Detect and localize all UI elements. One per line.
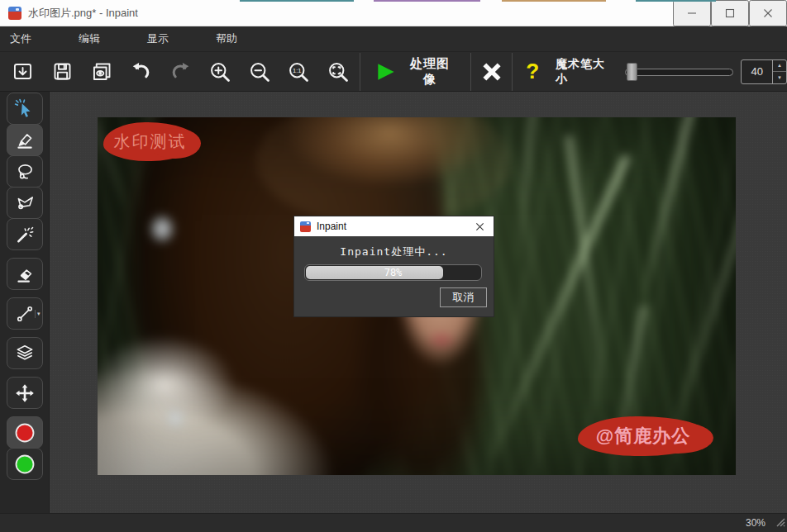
redo-button[interactable]: [161, 54, 201, 90]
zoom-level-text: 30%: [746, 517, 766, 529]
undo-icon: [130, 60, 153, 83]
cancel-x-icon: [481, 61, 503, 83]
brush-size-slider-handle[interactable]: [627, 63, 637, 81]
spin-down-button[interactable]: ▼: [773, 72, 786, 83]
spin-buttons: ▲ ▼: [773, 60, 786, 83]
dialog-close-button[interactable]: [471, 218, 488, 235]
menu-file[interactable]: 文件: [10, 31, 79, 46]
dialog-title: Inpaint: [317, 221, 471, 232]
preview-icon: [91, 60, 113, 83]
tool-polygon-lasso[interactable]: [7, 187, 43, 219]
tool-line[interactable]: ▾: [7, 297, 43, 330]
progress-dialog: Inpaint Inpaint处理中... 78% 取消: [294, 216, 494, 316]
open-icon: [12, 60, 34, 83]
minimize-icon: [687, 8, 697, 18]
resize-grip[interactable]: [775, 515, 785, 530]
zoom-out-icon: [248, 60, 271, 83]
dialog-close-icon: [475, 222, 484, 231]
close-icon: [763, 8, 773, 18]
dialog-cancel-button[interactable]: 取消: [440, 287, 487, 307]
help-button[interactable]: ?: [514, 54, 551, 90]
dialog-title-bar[interactable]: Inpaint: [294, 216, 494, 236]
progress-percent-label: 78%: [305, 265, 481, 280]
eraser-icon: [14, 264, 36, 285]
menu-help[interactable]: 帮助: [216, 31, 284, 46]
zoom-in-button[interactable]: [200, 54, 240, 90]
preview-button[interactable]: [82, 54, 122, 90]
toolbar-separator: [512, 53, 513, 91]
red-circle-icon: [13, 421, 36, 444]
marker-icon: [14, 130, 36, 151]
zoom-fit-button[interactable]: [318, 54, 358, 90]
resize-grip-icon: [775, 516, 785, 527]
toolbar-separator: [360, 53, 360, 91]
tool-lasso[interactable]: [7, 155, 43, 188]
zoom-out-button[interactable]: [240, 54, 279, 90]
layers-icon: [14, 343, 36, 364]
undo-button[interactable]: [122, 54, 161, 90]
marker-color-green[interactable]: [7, 448, 43, 480]
status-bar: 30%: [0, 513, 787, 532]
process-image-button[interactable]: 处理图像: [362, 54, 469, 90]
maximize-icon: [725, 8, 735, 18]
zoom-fit-icon: [327, 60, 350, 83]
app-icon: [8, 7, 21, 20]
watermark-bottom-text: @简鹿办公: [596, 424, 690, 449]
process-image-label: 处理图像: [403, 56, 456, 88]
move-icon: [14, 382, 36, 404]
brush-size-label: 魔术笔大小: [556, 57, 617, 87]
toolbar-separator: [470, 53, 471, 91]
marker-color-red[interactable]: [7, 416, 43, 449]
tool-marker[interactable]: [7, 124, 43, 156]
menu-edit[interactable]: 编辑: [79, 31, 147, 46]
tool-layers[interactable]: [7, 337, 43, 369]
watermark-top-marker-blob[interactable]: 水印测试: [103, 122, 197, 161]
dialog-app-icon: [300, 221, 311, 232]
progress-bar: 78%: [304, 264, 482, 281]
menu-bar: 文件 编辑 显示 帮助: [0, 26, 787, 51]
hair-flower: [166, 409, 184, 429]
brush-size-value[interactable]: 40: [742, 60, 773, 83]
tool-eraser[interactable]: [7, 258, 43, 290]
redo-icon: [169, 60, 192, 83]
zoom-actual-button[interactable]: 1:1: [279, 54, 318, 90]
slider-track[interactable]: [625, 69, 733, 76]
zoom-actual-icon: 1:1: [287, 60, 310, 83]
line-icon: [14, 303, 36, 325]
cancel-processing-button[interactable]: [473, 54, 511, 90]
tool-move[interactable]: [7, 377, 43, 409]
polygon-lasso-icon: [14, 192, 36, 214]
watermark-top-text: 水印测试: [114, 131, 187, 153]
magic-wand-icon: [14, 224, 36, 245]
close-button[interactable]: [749, 0, 787, 26]
hair-flower: [150, 215, 174, 243]
brush-size-slider[interactable]: [625, 61, 733, 83]
dialog-message: Inpaint处理中...: [294, 245, 494, 259]
open-button[interactable]: [3, 54, 43, 90]
save-icon: [51, 60, 74, 83]
tool-bar: 1:1 处理图像 ? 魔术笔大小: [0, 51, 787, 92]
magic-select-icon: [14, 98, 36, 120]
canvas[interactable]: 水印测试 @简鹿办公 Inpaint Inpaint处理中..: [50, 92, 787, 513]
tool-magic-select[interactable]: [7, 93, 43, 125]
tool-magic-wand[interactable]: [7, 218, 43, 250]
background-window-edge: [0, 0, 787, 2]
menu-view[interactable]: 显示: [147, 31, 216, 46]
maximize-button[interactable]: [711, 0, 749, 26]
help-question-icon: ?: [526, 59, 539, 84]
brush-size-spinbox: 40 ▲ ▼: [741, 59, 787, 84]
green-circle-icon: [13, 453, 36, 476]
watermark-bottom-marker-blob[interactable]: @简鹿办公: [578, 416, 708, 456]
side-bar: ▾: [0, 92, 50, 513]
minimize-button[interactable]: [673, 0, 711, 26]
inpaint-window: 水印图片.png* - Inpaint 文件 编辑 显示 帮助: [0, 0, 787, 532]
lasso-icon: [14, 161, 36, 183]
spin-up-button[interactable]: ▲: [773, 60, 786, 73]
title-bar: 水印图片.png* - Inpaint: [0, 0, 787, 26]
line-tool-dropdown-icon[interactable]: ▾: [35, 310, 41, 318]
save-button[interactable]: [43, 54, 83, 90]
main-area: ▾: [0, 92, 787, 513]
play-icon: [374, 61, 396, 83]
window-controls: [673, 0, 787, 26]
zoom-in-icon: [208, 60, 231, 83]
